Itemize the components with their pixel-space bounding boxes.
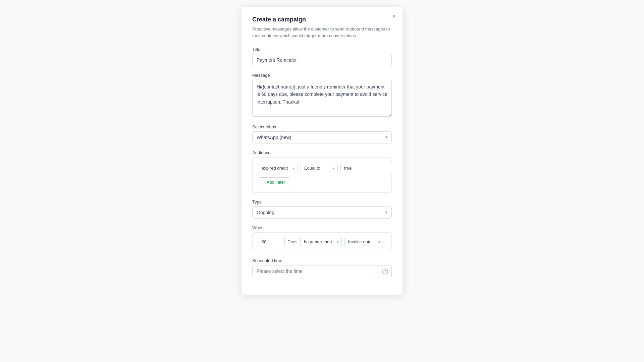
type-group: Type Ongoing One-time ▼ [252, 199, 392, 219]
scheduled-time-input[interactable] [252, 265, 392, 277]
when-label: When [252, 225, 392, 230]
type-select[interactable]: Ongoing One-time [252, 206, 392, 219]
when-operator-wrapper: Is greater than Is less than Is equal to… [300, 237, 342, 247]
message-textarea[interactable]: Hi{{contact.name}}, just a friendly remi… [252, 80, 392, 117]
when-date-select[interactable]: Invoice date Due date Created date [344, 237, 383, 247]
title-label: Title [252, 47, 392, 52]
modal-title: Create a campaign [252, 16, 392, 23]
filter-operator-select[interactable]: Equal to Not equal to Contains [301, 163, 338, 173]
scheduled-group: Scheduled time 🕐 [252, 258, 392, 277]
add-filter-button[interactable]: + Add Filter [258, 177, 290, 187]
scheduled-label: Scheduled time [252, 258, 392, 263]
audience-group: Audience expired credit subscription pla… [252, 150, 392, 193]
audience-label: Audience [252, 150, 392, 155]
type-select-wrapper: Ongoing One-time ▼ [252, 206, 392, 219]
message-group: Message Hi{{contact.name}}, just a frien… [252, 73, 392, 118]
filter-row: expired credit subscription plan type ▼ … [258, 163, 386, 173]
create-campaign-modal: × Create a campaign Proactive messages a… [241, 7, 402, 295]
close-button[interactable]: × [391, 12, 397, 21]
type-label: Type [252, 199, 392, 204]
filter-attribute-wrapper: expired credit subscription plan type ▼ [258, 163, 298, 173]
inbox-group: Select Inbox WhatsApp (new) Email SMS ▼ [252, 124, 392, 143]
scheduled-input-wrapper: 🕐 [252, 265, 392, 277]
inbox-label: Select Inbox [252, 124, 392, 129]
filter-operator-wrapper: Equal to Not equal to Contains ▼ [301, 163, 338, 173]
inbox-select-wrapper: WhatsApp (new) Email SMS ▼ [252, 131, 392, 143]
when-group: When Days Is greater than Is less than I… [252, 225, 392, 251]
when-days-label: Days [287, 239, 298, 244]
when-date-wrapper: Invoice date Due date Created date ▼ [344, 237, 383, 247]
filter-attribute-select[interactable]: expired credit subscription plan type [258, 163, 298, 173]
modal-overlay: × Create a campaign Proactive messages a… [0, 0, 644, 362]
title-group: Title [252, 47, 392, 66]
inbox-select[interactable]: WhatsApp (new) Email SMS [252, 131, 392, 143]
when-row: Days Is greater than Is less than Is equ… [252, 232, 392, 251]
audience-box: expired credit subscription plan type ▼ … [252, 157, 392, 193]
message-label: Message [252, 73, 392, 78]
filter-value-input[interactable] [340, 163, 402, 173]
when-days-input[interactable] [258, 237, 285, 247]
title-input[interactable] [252, 54, 392, 66]
when-operator-select[interactable]: Is greater than Is less than Is equal to [300, 237, 342, 247]
modal-subtitle: Proactive messages allow the customer to… [252, 26, 392, 39]
